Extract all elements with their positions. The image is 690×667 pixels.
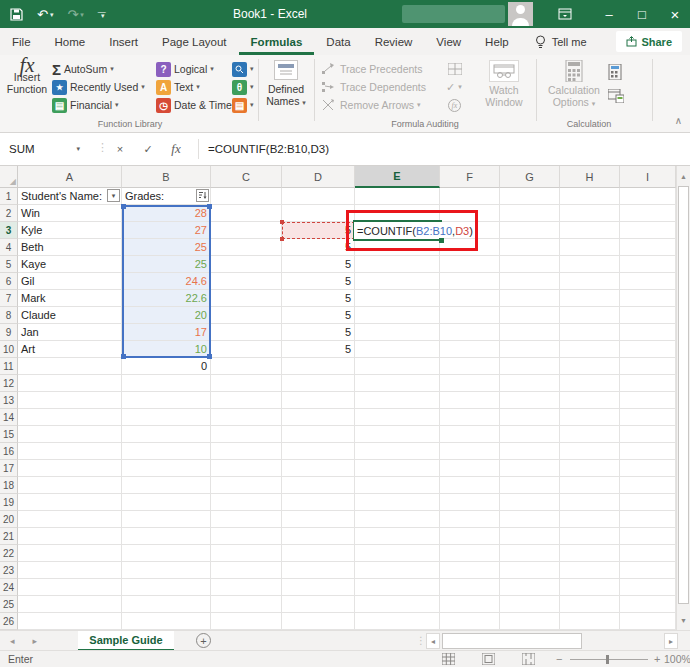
- cell-A15[interactable]: [18, 426, 122, 443]
- formula-bar-input[interactable]: =COUNTIF(B2:B10,D3): [208, 137, 329, 161]
- row-header-10[interactable]: 10: [0, 341, 18, 358]
- cell-D2[interactable]: [282, 205, 355, 222]
- column-header-F[interactable]: F: [440, 166, 500, 188]
- cell-G26[interactable]: [500, 613, 560, 630]
- cell-F17[interactable]: [440, 460, 500, 477]
- cell-I26[interactable]: [620, 613, 676, 630]
- close-button[interactable]: ×: [660, 0, 690, 28]
- cell-B11[interactable]: 0: [122, 358, 211, 375]
- next-sheet-icon[interactable]: ▸: [33, 636, 38, 646]
- maximize-button[interactable]: □: [627, 0, 657, 28]
- cell-A6[interactable]: Gil: [18, 273, 122, 290]
- cell-H18[interactable]: [560, 477, 620, 494]
- cell-A7[interactable]: Mark: [18, 290, 122, 307]
- tab-page-layout[interactable]: Page Layout: [150, 28, 239, 55]
- cell-E9[interactable]: [355, 324, 440, 341]
- cell-H26[interactable]: [560, 613, 620, 630]
- cell-D10[interactable]: 5: [282, 341, 355, 358]
- cell-H1[interactable]: [560, 188, 620, 205]
- cell-A18[interactable]: [18, 477, 122, 494]
- scroll-right-icon[interactable]: ▸: [664, 633, 678, 649]
- cell-E10[interactable]: [355, 341, 440, 358]
- cell-G11[interactable]: [500, 358, 560, 375]
- cell-A3[interactable]: Kyle: [18, 222, 122, 239]
- cell-I25[interactable]: [620, 596, 676, 613]
- cell-G6[interactable]: [500, 273, 560, 290]
- cell-B1[interactable]: Grades:: [122, 188, 211, 205]
- cell-D4[interactable]: 5: [282, 239, 355, 256]
- cell-F10[interactable]: [440, 341, 500, 358]
- zoom-in-button[interactable]: +: [654, 653, 660, 665]
- cell-I14[interactable]: [620, 409, 676, 426]
- cell-I2[interactable]: [620, 205, 676, 222]
- cell-H20[interactable]: [560, 511, 620, 528]
- cell-A25[interactable]: [18, 596, 122, 613]
- cell-H3[interactable]: [560, 222, 620, 239]
- cell-H22[interactable]: [560, 545, 620, 562]
- cell-A1[interactable]: Student's Name:▾: [18, 188, 122, 205]
- cell-F15[interactable]: [440, 426, 500, 443]
- cell-I13[interactable]: [620, 392, 676, 409]
- cell-F14[interactable]: [440, 409, 500, 426]
- cell-I21[interactable]: [620, 528, 676, 545]
- cell-G1[interactable]: [500, 188, 560, 205]
- cell-C22[interactable]: [211, 545, 282, 562]
- cell-D17[interactable]: [282, 460, 355, 477]
- row-header-2[interactable]: 2: [0, 205, 18, 222]
- cell-E20[interactable]: [355, 511, 440, 528]
- row-header-12[interactable]: 12: [0, 375, 18, 392]
- insert-function-button[interactable]: fx Insert Function: [6, 59, 48, 95]
- cell-H25[interactable]: [560, 596, 620, 613]
- cell-I20[interactable]: [620, 511, 676, 528]
- customize-qat-button[interactable]: —▾: [98, 10, 106, 18]
- cell-A11[interactable]: [18, 358, 122, 375]
- tell-me-box[interactable]: Tell me: [535, 35, 587, 49]
- cell-H19[interactable]: [560, 494, 620, 511]
- cell-F19[interactable]: [440, 494, 500, 511]
- cell-H5[interactable]: [560, 256, 620, 273]
- cell-G5[interactable]: [500, 256, 560, 273]
- cell-I3[interactable]: [620, 222, 676, 239]
- cell-F4[interactable]: [440, 239, 500, 256]
- cell-G21[interactable]: [500, 528, 560, 545]
- cell-A17[interactable]: [18, 460, 122, 477]
- cell-F24[interactable]: [440, 579, 500, 596]
- column-header-G[interactable]: G: [500, 166, 560, 188]
- cell-F18[interactable]: [440, 477, 500, 494]
- cell-I8[interactable]: [620, 307, 676, 324]
- cell-B7[interactable]: 22.6: [122, 290, 211, 307]
- tab-help[interactable]: Help: [473, 28, 521, 55]
- cell-E22[interactable]: [355, 545, 440, 562]
- cell-D18[interactable]: [282, 477, 355, 494]
- cell-D12[interactable]: [282, 375, 355, 392]
- cell-E23[interactable]: [355, 562, 440, 579]
- row-header-13[interactable]: 13: [0, 392, 18, 409]
- cell-A22[interactable]: [18, 545, 122, 562]
- cell-G18[interactable]: [500, 477, 560, 494]
- cell-C14[interactable]: [211, 409, 282, 426]
- cell-B25[interactable]: [122, 596, 211, 613]
- scroll-left-icon[interactable]: ◂: [426, 633, 440, 649]
- cell-C10[interactable]: [211, 341, 282, 358]
- cell-I6[interactable]: [620, 273, 676, 290]
- cell-A12[interactable]: [18, 375, 122, 392]
- row-header-24[interactable]: 24: [0, 579, 18, 596]
- cell-C26[interactable]: [211, 613, 282, 630]
- cell-E15[interactable]: [355, 426, 440, 443]
- cell-G23[interactable]: [500, 562, 560, 579]
- cell-G3[interactable]: [500, 222, 560, 239]
- horizontal-scroll-thumb[interactable]: [442, 633, 582, 649]
- cell-E25[interactable]: [355, 596, 440, 613]
- row-header-18[interactable]: 18: [0, 477, 18, 494]
- cell-B16[interactable]: [122, 443, 211, 460]
- cell-G2[interactable]: [500, 205, 560, 222]
- cell-D5[interactable]: 5: [282, 256, 355, 273]
- cell-C6[interactable]: [211, 273, 282, 290]
- cell-A16[interactable]: [18, 443, 122, 460]
- cell-F20[interactable]: [440, 511, 500, 528]
- cell-B9[interactable]: 17: [122, 324, 211, 341]
- cell-H12[interactable]: [560, 375, 620, 392]
- cell-G25[interactable]: [500, 596, 560, 613]
- cell-E12[interactable]: [355, 375, 440, 392]
- calculate-sheet-icon[interactable]: [608, 87, 624, 105]
